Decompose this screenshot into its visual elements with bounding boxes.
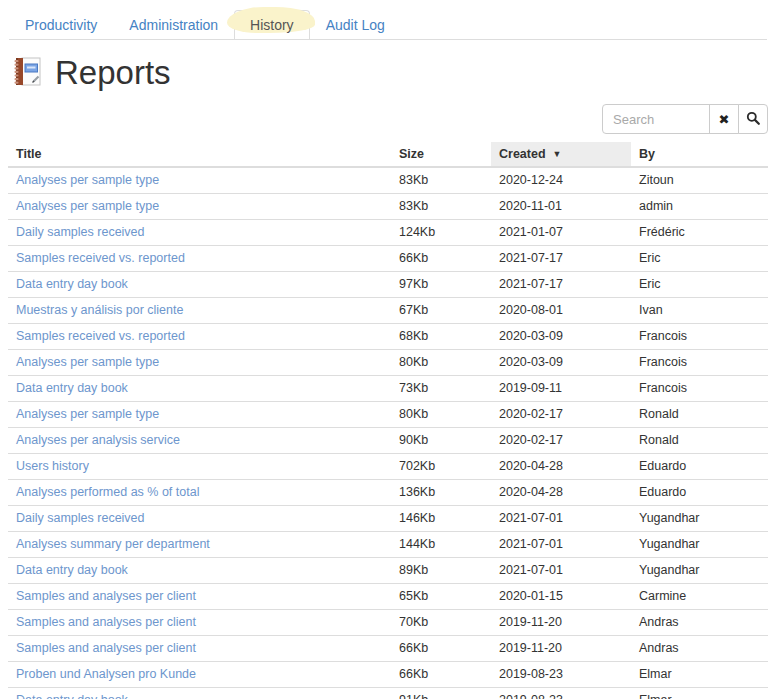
report-by-cell: admin: [631, 194, 768, 220]
report-size-cell: 67Kb: [391, 298, 491, 324]
table-row: Users history 702Kb 2020-04-28 Eduardo: [8, 454, 768, 480]
report-link[interactable]: Data entry day book: [16, 693, 128, 699]
report-size-cell: 68Kb: [391, 324, 491, 350]
report-created-cell: 2019-09-11: [491, 376, 631, 402]
report-by-cell: Ronald: [631, 402, 768, 428]
tab-history[interactable]: History: [234, 10, 310, 40]
report-created-cell: 2019-08-23: [491, 662, 631, 688]
report-created-cell: 2019-11-20: [491, 636, 631, 662]
report-title-cell: Samples and analyses per client: [8, 636, 391, 662]
report-link[interactable]: Analyses per sample type: [16, 355, 159, 369]
table-header-row: Title Size Created▼ By: [8, 142, 768, 167]
report-title-cell: Analyses per sample type: [8, 350, 391, 376]
report-link[interactable]: Data entry day book: [16, 381, 128, 395]
report-title-cell: Muestras y análisis por cliente: [8, 298, 391, 324]
report-by-cell: Eric: [631, 246, 768, 272]
notebook-report-icon: [12, 55, 44, 91]
column-header-created[interactable]: Created▼: [491, 142, 631, 167]
table-row: Data entry day book 89Kb 2021-07-01 Yuga…: [8, 558, 768, 584]
report-title-cell: Samples and analyses per client: [8, 584, 391, 610]
report-link[interactable]: Samples received vs. reported: [16, 251, 185, 265]
report-link[interactable]: Analyses per sample type: [16, 199, 159, 213]
report-link[interactable]: Analyses per analysis service: [16, 433, 180, 447]
reports-table: Title Size Created▼ By Analyses per samp…: [8, 142, 768, 699]
report-created-cell: 2021-01-07: [491, 220, 631, 246]
report-title-cell: Samples and analyses per client: [8, 610, 391, 636]
report-by-cell: Francois: [631, 350, 768, 376]
table-row: Samples received vs. reported 68Kb 2020-…: [8, 324, 768, 350]
clear-search-button[interactable]: ✖: [709, 104, 739, 134]
tab-bar: Productivity Administration History Audi…: [9, 10, 767, 40]
report-by-cell: Eduardo: [631, 480, 768, 506]
column-header-by[interactable]: By: [631, 142, 768, 167]
report-title-cell: Analyses summary per department: [8, 532, 391, 558]
report-link[interactable]: Muestras y análisis por cliente: [16, 303, 183, 317]
report-created-cell: 2020-12-24: [491, 167, 631, 194]
report-link[interactable]: Analyses summary per department: [16, 537, 210, 551]
report-created-cell: 2020-01-15: [491, 584, 631, 610]
table-row: Analyses per analysis service 90Kb 2020-…: [8, 428, 768, 454]
report-link[interactable]: Analyses per sample type: [16, 173, 159, 187]
report-link[interactable]: Proben und Analysen pro Kunde: [16, 667, 196, 681]
table-row: Samples and analyses per client 66Kb 201…: [8, 636, 768, 662]
table-row: Proben und Analysen pro Kunde 66Kb 2019-…: [8, 662, 768, 688]
page-title: Reports: [55, 54, 171, 92]
column-header-size[interactable]: Size: [391, 142, 491, 167]
report-size-cell: 91Kb: [391, 688, 491, 699]
report-size-cell: 83Kb: [391, 167, 491, 194]
tab-productivity[interactable]: Productivity: [9, 10, 113, 40]
search-input[interactable]: [602, 104, 710, 134]
sort-desc-icon: ▼: [553, 149, 562, 159]
search-button[interactable]: [738, 104, 768, 134]
report-title-cell: Users history: [8, 454, 391, 480]
report-link[interactable]: Samples and analyses per client: [16, 589, 196, 603]
report-created-cell: 2020-11-01: [491, 194, 631, 220]
tab-administration[interactable]: Administration: [113, 10, 234, 40]
report-by-cell: Ronald: [631, 428, 768, 454]
report-size-cell: 80Kb: [391, 350, 491, 376]
report-link[interactable]: Samples received vs. reported: [16, 329, 185, 343]
report-size-cell: 144Kb: [391, 532, 491, 558]
report-title-cell: Proben und Analysen pro Kunde: [8, 662, 391, 688]
report-by-cell: Elmar: [631, 662, 768, 688]
report-size-cell: 66Kb: [391, 246, 491, 272]
report-by-cell: Ivan: [631, 298, 768, 324]
report-created-cell: 2020-04-28: [491, 480, 631, 506]
table-row: Data entry day book 91Kb 2019-08-23 Elma…: [8, 688, 768, 699]
report-link[interactable]: Data entry day book: [16, 563, 128, 577]
report-created-cell: 2021-07-01: [491, 532, 631, 558]
report-link[interactable]: Daily samples received: [16, 511, 145, 525]
report-size-cell: 97Kb: [391, 272, 491, 298]
report-size-cell: 136Kb: [391, 480, 491, 506]
report-size-cell: 65Kb: [391, 584, 491, 610]
table-row: Analyses summary per department 144Kb 20…: [8, 532, 768, 558]
report-by-cell: Francois: [631, 376, 768, 402]
report-size-cell: 66Kb: [391, 636, 491, 662]
report-link[interactable]: Samples and analyses per client: [16, 641, 196, 655]
report-by-cell: Carmine: [631, 584, 768, 610]
report-size-cell: 80Kb: [391, 402, 491, 428]
clear-icon: ✖: [719, 112, 730, 127]
report-size-cell: 124Kb: [391, 220, 491, 246]
report-link[interactable]: Samples and analyses per client: [16, 615, 196, 629]
table-row: Muestras y análisis por cliente 67Kb 202…: [8, 298, 768, 324]
column-header-title[interactable]: Title: [8, 142, 391, 167]
report-title-cell: Data entry day book: [8, 272, 391, 298]
table-row: Samples and analyses per client 70Kb 201…: [8, 610, 768, 636]
report-by-cell: Andras: [631, 610, 768, 636]
report-link[interactable]: Daily samples received: [16, 225, 145, 239]
report-created-cell: 2020-02-17: [491, 402, 631, 428]
report-size-cell: 90Kb: [391, 428, 491, 454]
search-group: ✖: [602, 104, 768, 134]
report-link[interactable]: Analyses per sample type: [16, 407, 159, 421]
report-title-cell: Data entry day book: [8, 688, 391, 699]
report-link[interactable]: Data entry day book: [16, 277, 128, 291]
report-link[interactable]: Analyses performed as % of total: [16, 485, 199, 499]
report-by-cell: Elmar: [631, 688, 768, 699]
report-link[interactable]: Users history: [16, 459, 89, 473]
report-title-cell: Analyses performed as % of total: [8, 480, 391, 506]
table-body: Analyses per sample type 83Kb 2020-12-24…: [8, 167, 768, 699]
table-row: Daily samples received 146Kb 2021-07-01 …: [8, 506, 768, 532]
tab-audit-log[interactable]: Audit Log: [310, 10, 401, 40]
table-row: Data entry day book 97Kb 2021-07-17 Eric: [8, 272, 768, 298]
